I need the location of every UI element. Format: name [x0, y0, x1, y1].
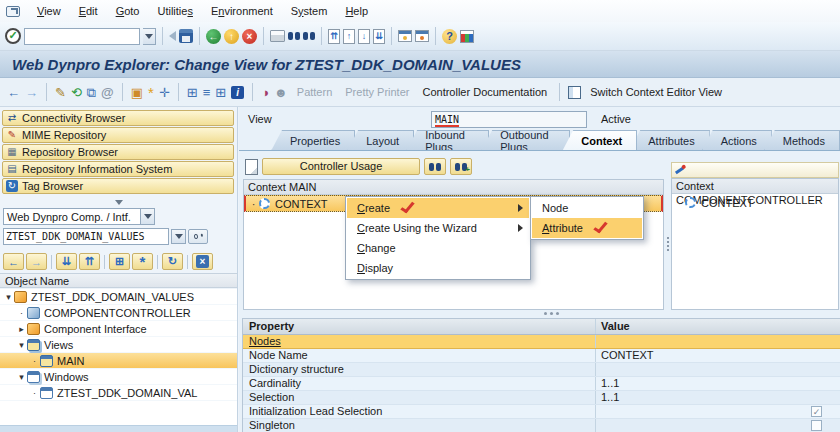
menu-environment[interactable]: Environment: [202, 2, 282, 20]
command-field[interactable]: [24, 28, 140, 45]
test-wand-icon[interactable]: *: [148, 85, 154, 100]
hierarchy-icon[interactable]: ⊞: [187, 85, 198, 100]
close-browser-button[interactable]: ×: [192, 253, 213, 270]
help-icon[interactable]: ?: [442, 29, 457, 44]
print-icon[interactable]: [270, 30, 285, 42]
forward-arrow-icon[interactable]: →: [25, 85, 38, 100]
list-icon[interactable]: ≡: [203, 85, 211, 100]
history-back-button[interactable]: ←: [3, 253, 24, 270]
save-icon[interactable]: [179, 29, 193, 43]
tree-item-views[interactable]: ▾ Views: [0, 337, 237, 353]
table-row-selection[interactable]: Selection 1..1: [243, 391, 840, 405]
tree-item-component[interactable]: ▾ ZTEST_DDK_DOMAIN_VALUES: [0, 289, 237, 305]
switch-context-editor-button[interactable]: Switch Context Editor View: [586, 86, 726, 98]
switch-context-editor-icon[interactable]: [568, 86, 581, 99]
view-name-field[interactable]: MAIN: [431, 111, 587, 128]
pretty-printer-button[interactable]: Pretty Printer: [341, 86, 413, 98]
table-row-cardinality[interactable]: Cardinality 1..1: [243, 377, 840, 391]
last-page-icon[interactable]: ⇊: [373, 29, 385, 44]
tab-actions[interactable]: Actions: [702, 130, 772, 151]
table-row-initialization-lead-selection[interactable]: Initialization Lead Selection ✓: [243, 405, 840, 419]
tab-attributes[interactable]: Attributes: [629, 130, 709, 151]
menu-item-display[interactable]: Display: [347, 258, 529, 278]
tree-item-componentcontroller[interactable]: · COMPONENTCONTROLLER: [0, 305, 237, 321]
previous-page-icon[interactable]: ↑: [343, 29, 355, 44]
move-icon[interactable]: ✛: [159, 85, 170, 100]
local-layout-icon[interactable]: [169, 31, 176, 41]
create-shortcut-icon[interactable]: [415, 30, 429, 42]
customize-layout-icon[interactable]: [460, 30, 474, 43]
menu-item-attribute[interactable]: Attribute: [532, 218, 642, 238]
new-session-icon[interactable]: [398, 30, 412, 42]
back-icon[interactable]: ←: [206, 29, 221, 44]
tree-item-window[interactable]: · ZTEST_DDK_DOMAIN_VAL: [0, 385, 237, 401]
connectivity-browser-button[interactable]: ⇄ Connectivity Browser: [2, 110, 234, 126]
scroll-down-button[interactable]: ⇊: [56, 253, 77, 270]
info-icon[interactable]: i: [231, 86, 244, 99]
favorites-button[interactable]: *: [132, 253, 153, 270]
panel-pin-icon[interactable]: [675, 166, 684, 174]
menu-item-create[interactable]: Create: [347, 198, 529, 218]
runtime-analysis-icon[interactable]: ◑: [261, 85, 269, 100]
chevron-down-icon[interactable]: [140, 209, 154, 224]
copy-icon[interactable]: ⧉: [87, 85, 96, 100]
expander-icon[interactable]: ▾: [16, 340, 27, 350]
checkbox-checked[interactable]: ✓: [811, 406, 822, 417]
table-row-singleton[interactable]: Singleton: [243, 419, 840, 432]
new-document-icon[interactable]: [245, 159, 258, 175]
tab-context[interactable]: Context: [562, 130, 637, 151]
menu-system[interactable]: System: [282, 2, 337, 20]
property-cell[interactable]: Nodes: [243, 335, 281, 347]
matchcode-icon[interactable]: [188, 229, 208, 244]
menu-goto[interactable]: Goto: [107, 2, 149, 20]
tag-browser-button[interactable]: ↻ Tag Browser: [2, 178, 234, 194]
value-cell[interactable]: 1..1: [601, 391, 619, 404]
object-name-input[interactable]: ZTEST_DDK_DOMAIN_VALUES: [3, 228, 169, 245]
expander-icon[interactable]: ▸: [16, 324, 27, 334]
table-icon[interactable]: ⊞: [215, 85, 226, 100]
vertical-splitter[interactable]: [664, 179, 671, 310]
tree-item-windows[interactable]: ▾ Windows: [0, 369, 237, 385]
menu-edit[interactable]: Edit: [70, 2, 107, 20]
cancel-icon[interactable]: ×: [242, 29, 257, 44]
scroll-up-button[interactable]: ⇈: [79, 253, 100, 270]
panel-collapse-icon[interactable]: [115, 200, 123, 205]
display-change-icon[interactable]: ✎: [55, 85, 66, 100]
menu-item-change[interactable]: Change: [347, 238, 529, 258]
table-row-node-name[interactable]: Node Name CONTEXT: [243, 349, 840, 363]
menu-utilities[interactable]: Utilities: [148, 2, 201, 20]
refresh-tree-button[interactable]: ↻: [162, 253, 183, 270]
tree-item-main-selected[interactable]: · MAIN: [0, 353, 237, 369]
tab-outbound-plugs[interactable]: Outbound Plugs: [481, 130, 570, 151]
tab-properties[interactable]: Properties: [271, 130, 355, 151]
menu-item-create-using-wizard[interactable]: Create Using the Wizard: [347, 218, 529, 238]
refresh-icon[interactable]: ⟲: [71, 85, 82, 100]
history-forward-button[interactable]: →: [26, 253, 47, 270]
tree-item-component-interface[interactable]: ▸ Component Interface: [0, 321, 237, 337]
table-row-dictionary-structure[interactable]: Dictionary structure: [243, 363, 840, 377]
find-next-icon[interactable]: [303, 32, 315, 40]
tree-structure-button[interactable]: ⊞: [109, 253, 130, 270]
checkbox-unchecked[interactable]: [811, 420, 822, 431]
table-row-nodes-group[interactable]: Nodes: [243, 335, 840, 349]
pattern-button[interactable]: Pattern: [293, 86, 336, 98]
controller-usage-button[interactable]: Controller Usage: [262, 158, 420, 175]
value-cell[interactable]: CONTEXT: [601, 349, 654, 362]
next-page-icon[interactable]: ↓: [358, 29, 370, 44]
package-icon[interactable]: ▣: [131, 85, 143, 100]
where-used-icon[interactable]: @: [101, 85, 114, 100]
value-cell[interactable]: 1..1: [601, 377, 619, 390]
first-page-icon[interactable]: ⇈: [328, 29, 340, 44]
exit-icon[interactable]: ↑: [224, 29, 239, 44]
tab-layout[interactable]: Layout: [347, 130, 414, 151]
command-dropdown-icon[interactable]: [143, 28, 156, 45]
category-select[interactable]: Web Dynpro Comp. / Intf.: [3, 208, 155, 225]
object-dropdown-icon[interactable]: [171, 229, 186, 244]
find-node-icon[interactable]: [424, 158, 446, 175]
tab-inbound-plugs[interactable]: Inbound Plugs: [406, 130, 489, 151]
expander-icon[interactable]: ▾: [3, 292, 14, 302]
find-icon[interactable]: [288, 32, 300, 40]
tab-methods[interactable]: Methods: [764, 130, 840, 151]
repository-information-system-button[interactable]: ▤ Repository Information System: [2, 161, 234, 177]
find-next-node-icon[interactable]: +: [450, 158, 472, 175]
